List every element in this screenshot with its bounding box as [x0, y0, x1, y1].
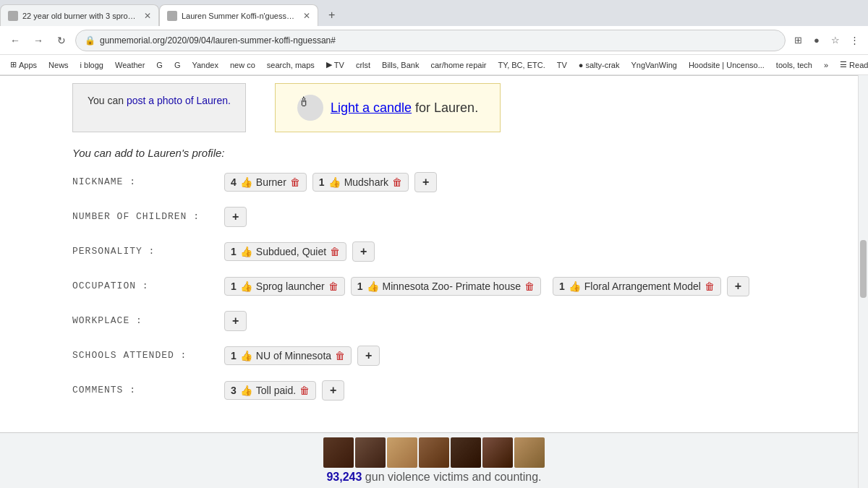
photo-text: You can: [88, 95, 127, 106]
post-photo-link[interactable]: post a photo of Lauren.: [127, 95, 231, 106]
forward-icon: →: [33, 35, 43, 46]
personality-label: PERSONALITY :: [72, 241, 217, 257]
bookmark-tv1[interactable]: ▶ TV: [322, 59, 349, 71]
sprog-thumb-icon: 👍: [240, 281, 252, 292]
back-button[interactable]: ←: [6, 31, 25, 50]
workplace-values: +: [224, 311, 247, 331]
tab-1-close[interactable]: ✕: [144, 11, 151, 21]
address-bar[interactable]: 🔒 gunmemorial.org/2020/09/04/lauren-summ…: [75, 30, 786, 51]
settings-icon[interactable]: ⋮: [846, 33, 862, 48]
toll-trash-icon[interactable]: 🗑: [299, 385, 310, 396]
burner-text: Burner: [256, 176, 286, 188]
victims-text: gun violence victims and counting.: [362, 471, 541, 483]
nickname-values: 4 👍 Burner 🗑 1 👍 Mudshark 🗑 +: [224, 172, 437, 192]
bookmark-yngvanwing[interactable]: YngVanWing: [626, 59, 681, 71]
bookmark-tv2[interactable]: TV: [553, 59, 571, 71]
personality-add-button[interactable]: +: [352, 241, 375, 262]
light-candle-link[interactable]: Light a candle: [331, 100, 412, 115]
comments-label: COMMENTS :: [72, 380, 217, 395]
address-text: gunmemorial.org/2020/09/04/lauren-summer…: [100, 35, 776, 46]
subdued-thumb-icon: 👍: [240, 246, 252, 257]
reload-button[interactable]: ↻: [52, 31, 71, 50]
floral-trash-icon[interactable]: 🗑: [705, 281, 715, 292]
bookmark-weather[interactable]: Weather: [111, 59, 149, 71]
floral-text: Floral Arrangement Model: [584, 281, 701, 292]
bottom-bar: 93,243 gun violence victims and counting…: [0, 432, 868, 488]
occupation-label: OCCUPATION :: [72, 276, 217, 291]
bookmark-hoodsite[interactable]: Hoodsite | Uncenso...: [684, 59, 769, 71]
bookmark-reading-list[interactable]: ☰ Reading list: [835, 59, 868, 71]
burner-trash-icon[interactable]: 🗑: [290, 176, 300, 188]
bookmark-tools-tech[interactable]: tools, tech: [772, 59, 817, 71]
personality-subdued-tag: 1 👍 Subdued, Quiet 🗑: [224, 242, 346, 261]
bookmark-apps[interactable]: ⊞ Apps: [6, 59, 41, 71]
number-of-children-row: NUMBER OF CHILDREN : +: [72, 207, 796, 227]
bookmark-salty-crak[interactable]: ● salty-crak: [574, 59, 624, 71]
mudshark-text: Mudshark: [344, 176, 388, 188]
personality-row: PERSONALITY : 1 👍 Subdued, Quiet 🗑 +: [72, 241, 796, 262]
nu-thumb-icon: 👍: [240, 350, 252, 361]
schools-nu-tag: 1 👍 NU of Minnesota 🗑: [224, 346, 352, 365]
occupation-add-button[interactable]: +: [727, 276, 749, 296]
nu-text: NU of Minnesota: [256, 350, 331, 361]
schools-attended-row: SCHOOLS ATTENDED : 1 👍 NU of Minnesota 🗑…: [72, 346, 796, 366]
tab-1[interactable]: 22 year old burner with 3 sprogs... ✕: [0, 4, 159, 26]
number-of-children-add-button[interactable]: +: [224, 207, 247, 227]
candle-text-after: for Lauren.: [412, 100, 478, 115]
bookmark-more[interactable]: »: [820, 59, 833, 71]
reload-icon: ↻: [57, 35, 66, 46]
scrollbar-thumb[interactable]: [860, 240, 867, 298]
scrollbar[interactable]: [858, 75, 868, 488]
face-thumb-2: [355, 437, 386, 468]
workplace-label: WORKPLACE :: [72, 311, 217, 326]
nu-trash-icon[interactable]: 🗑: [335, 350, 345, 361]
occupation-sprog-tag: 1 👍 Sprog launcher 🗑: [224, 277, 345, 296]
bookmark-g1[interactable]: G: [152, 59, 167, 71]
bookmark-yandex[interactable]: Yandex: [187, 59, 223, 71]
face-thumb-3: [387, 437, 417, 468]
profile-icon[interactable]: ●: [809, 33, 825, 48]
bookmark-crlst[interactable]: crlst: [352, 59, 375, 71]
bookmark-news[interactable]: News: [44, 59, 73, 71]
comments-row: COMMENTS : 3 👍 Toll paid. 🗑 +: [72, 380, 796, 401]
new-tab-button[interactable]: +: [324, 7, 339, 23]
mudshark-trash-icon[interactable]: 🗑: [392, 176, 402, 188]
extensions-icon[interactable]: ⊞: [790, 33, 806, 48]
comments-toll-tag: 3 👍 Toll paid. 🗑: [224, 381, 316, 400]
tab-1-title: 22 year old burner with 3 sprogs...: [22, 12, 140, 20]
bookmark-ty-bc[interactable]: TY, BC, ETC.: [494, 59, 550, 71]
nickname-mudshark-tag: 1 👍 Mudshark 🗑: [312, 173, 409, 192]
bookmark-g2[interactable]: G: [170, 59, 185, 71]
subdued-trash-icon[interactable]: 🗑: [330, 246, 340, 257]
bookmark-car-home[interactable]: car/home repair: [426, 59, 490, 71]
tab-2[interactable]: Lauren Summer Koffi-n'guessan... ✕: [159, 4, 318, 26]
comments-add-button[interactable]: +: [322, 380, 344, 401]
comments-values: 3 👍 Toll paid. 🗑 +: [224, 380, 344, 401]
nickname-row: NICKNAME : 4 👍 Burner 🗑 1 👍 Mudshark 🗑 +: [72, 172, 796, 192]
bookmark-icon[interactable]: ☆: [827, 33, 843, 48]
bookmark-newco[interactable]: new co: [226, 59, 260, 71]
subdued-vote-count: 1: [231, 246, 237, 257]
page-content: You can post a photo of Lauren. 🕯 Light …: [0, 76, 868, 429]
bookmark-blogg[interactable]: i blogg: [76, 59, 108, 71]
tab-2-close[interactable]: ✕: [303, 11, 310, 21]
workplace-add-button[interactable]: +: [224, 311, 247, 331]
mudshark-vote-count: 1: [319, 176, 325, 188]
sprog-trash-icon[interactable]: 🗑: [328, 281, 339, 292]
zoo-vote-count: 1: [357, 281, 363, 292]
forward-button[interactable]: →: [29, 31, 48, 50]
bookmark-bills[interactable]: Bills, Bank: [378, 59, 423, 71]
tab-2-favicon: [167, 11, 177, 21]
occupation-zoo-tag: 1 👍 Minnesota Zoo- Primate house 🗑: [351, 277, 541, 296]
bookmark-search-maps[interactable]: search, maps: [263, 59, 319, 71]
face-thumb-7: [514, 437, 545, 468]
profile-section: You can add to Lauren's profile: NICKNAM…: [72, 147, 796, 422]
zoo-trash-icon[interactable]: 🗑: [524, 281, 535, 292]
personality-values: 1 👍 Subdued, Quiet 🗑 +: [224, 241, 375, 262]
back-icon: ←: [10, 35, 20, 46]
schools-attended-label: SCHOOLS ATTENDED :: [72, 346, 217, 361]
zoo-thumb-icon: 👍: [367, 281, 379, 292]
occupation-floral-tag: 1 👍 Floral Arrangement Model 🗑: [553, 277, 721, 296]
nickname-add-button[interactable]: +: [414, 172, 437, 192]
schools-attended-add-button[interactable]: +: [357, 346, 380, 366]
